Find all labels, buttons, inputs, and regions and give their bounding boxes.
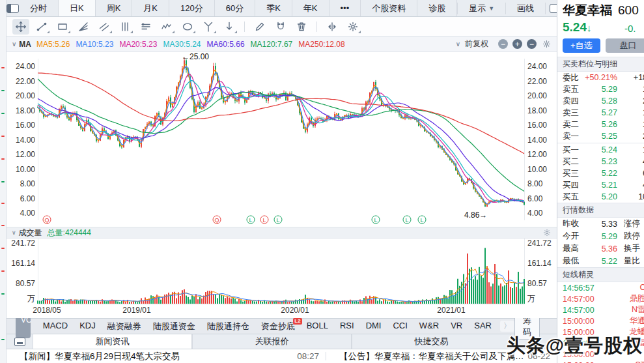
watchlist-tick — [1, 225, 5, 226]
period-tab-月K[interactable]: 月K — [132, 0, 169, 16]
period-tab-分时[interactable]: 分时 — [19, 0, 59, 16]
alert-row[interactable]: 15:00:00ST尤 — [557, 360, 644, 363]
period-tab-诊股[interactable]: 诊股 — [417, 0, 457, 16]
minimize-panel-icon[interactable] — [7, 334, 33, 349]
event-marker-Q[interactable]: Q — [43, 216, 51, 224]
trendline-icon[interactable] — [33, 19, 50, 35]
rect-icon[interactable] — [54, 19, 71, 35]
wave-icon[interactable] — [158, 19, 175, 35]
indicator-tab-VR[interactable]: VR — [445, 321, 468, 332]
vertical-lines-icon[interactable] — [117, 19, 133, 35]
indicator-tab-KDJ[interactable]: KDJ — [74, 321, 102, 332]
period-tab-60分[interactable]: 60分 — [215, 0, 255, 16]
y-axis-label: 22.00 — [527, 77, 547, 86]
market-label2: 涨停 — [624, 218, 640, 229]
magnet-icon[interactable] — [272, 19, 289, 35]
chart-settings-gear-icon[interactable] — [542, 39, 552, 49]
order-book-button[interactable]: 盘口 — [606, 38, 644, 53]
indicator-tab-CCI[interactable]: CCI — [387, 321, 413, 332]
period-tab-周K[interactable]: 周K — [96, 0, 133, 16]
event-marker-L[interactable]: L — [403, 216, 412, 224]
ellipse-icon[interactable] — [179, 19, 196, 35]
alert-row[interactable]: 14:57:00N雷尔 — [557, 304, 644, 315]
sell-level-row: 卖五5.2915 — [557, 83, 644, 95]
level-label: 卖三 — [563, 108, 583, 119]
panel-left-icon — [7, 4, 19, 13]
sell-levels: 卖五5.2915卖四5.2820卖三5.2718卖二5.2615卖一5.2523 — [557, 83, 644, 142]
market-data-rows: 昨收5.33涨停今开5.29跌停最高5.36换手最低5.22量比 — [557, 218, 644, 267]
ticker-time: 08:27 — [297, 351, 319, 361]
event-marker-L[interactable]: L — [260, 216, 269, 224]
quote-list-icon[interactable] — [137, 19, 154, 35]
alert-row[interactable]: 15:00:00华通线 — [557, 315, 644, 327]
period-tab-季K[interactable]: 季K — [255, 0, 292, 16]
y-axis-label: 4.00 — [527, 209, 542, 218]
indicator-tab-融资融券[interactable]: 融资融券 — [102, 321, 147, 332]
adjust-mode-label[interactable]: 前复权 — [465, 38, 488, 50]
period-tab-个股资料[interactable]: 个股资料 — [361, 0, 417, 16]
zoom-reset-button[interactable]: − — [527, 39, 537, 49]
collapsed-watchlist-strip[interactable] — [0, 0, 7, 363]
chevron-down-icon[interactable]: ∨ — [12, 229, 16, 236]
indicator-tab-资金抄底[interactable]: 资金抄底L2 — [255, 321, 301, 332]
level-qty: 15 — [617, 85, 644, 94]
price-annotation: 4.86→ — [464, 211, 487, 220]
indicator-tab-RSI[interactable]: RSI — [334, 321, 360, 332]
section-alerts-header: 短线精灵 — [557, 267, 644, 282]
news-tab-新闻资讯[interactable]: 新闻资讯 — [33, 334, 192, 349]
trash-icon[interactable] — [293, 19, 310, 35]
zoom-in-button[interactable]: + — [512, 39, 522, 49]
y-axis-label: 12.00 — [7, 150, 35, 159]
indicator-tab-陆股通资金[interactable]: 陆股通资金 — [147, 321, 201, 332]
split-adjust-icon[interactable] — [324, 19, 341, 35]
indicator-tab-W&R[interactable]: W&R — [413, 321, 445, 332]
alert-row[interactable]: 14:57:00鼎胜新 — [557, 293, 644, 304]
news-tab-快捷交易[interactable]: 快捷交易 — [352, 334, 511, 349]
period-tab-日K[interactable]: 日K — [59, 0, 96, 16]
indicator-tab-SAR[interactable]: SAR — [468, 321, 497, 332]
toolbar-separator — [244, 22, 245, 32]
period-tab-年K[interactable]: 年K — [292, 0, 329, 16]
period-tab-•••[interactable]: ••• — [329, 0, 361, 16]
pitchfork-icon[interactable] — [200, 19, 217, 35]
volume-chart[interactable]: 241.72241.72161.14161.1480.5780.57万万2018… — [7, 239, 557, 318]
volume-total: 总量:424444 — [48, 227, 91, 239]
level-qty: 23 — [617, 132, 644, 141]
alert-row[interactable]: 14:56:57C嘉 — [557, 282, 644, 293]
indicator-tab-BOLL[interactable]: BOLL — [301, 321, 334, 332]
arrow-marker-icon[interactable] — [221, 19, 238, 35]
volume-unit-label: 万 — [7, 293, 35, 304]
news-tab-关联报价[interactable]: 关联报价 — [192, 334, 352, 349]
zoom-out-button[interactable]: − — [498, 39, 508, 49]
period-tab-120分[interactable]: 120分 — [169, 0, 215, 16]
indicator-tab-陆股通持仓[interactable]: 陆股通持仓 — [201, 321, 255, 332]
event-marker-L[interactable]: L — [274, 216, 283, 224]
volume-settings-gear-icon[interactable] — [542, 228, 552, 237]
parallel-lines-icon[interactable] — [96, 19, 113, 35]
pencil-icon[interactable] — [251, 19, 268, 35]
y-axis-label: 10.00 — [527, 165, 547, 174]
settings-icon[interactable] — [344, 19, 361, 35]
event-marker-L[interactable]: L — [418, 216, 427, 224]
indicator-tab-MACD[interactable]: MACD — [37, 321, 74, 332]
market-row: 最高5.36换手 — [557, 242, 644, 255]
ticker-item[interactable]: 【新闻】华夏幸福6月29日现4笔大宗交易08:27 — [7, 351, 326, 362]
event-marker-Q[interactable]: Q — [213, 216, 221, 224]
chevron-down-icon[interactable]: ∨ — [456, 40, 460, 48]
toggle-left-panel-icon[interactable] — [7, 0, 19, 16]
display-menu[interactable]: 显示 ▼ — [457, 3, 506, 14]
move-icon[interactable] — [12, 19, 29, 35]
event-marker-L[interactable]: L — [372, 216, 380, 224]
fan-lines-icon[interactable] — [75, 19, 92, 35]
event-marker-L[interactable]: L — [247, 216, 255, 224]
add-watchlist-button[interactable]: +自选 — [563, 38, 600, 53]
candlestick-chart[interactable]: 24.0024.0022.0022.0020.0020.0018.0018.00… — [7, 52, 557, 227]
indicator-tab-DMI[interactable]: DMI — [360, 321, 387, 332]
chevron-down-icon[interactable]: ∨ — [12, 40, 16, 48]
draw-line-button[interactable]: 画线 — [506, 3, 546, 14]
sell-level-row: 卖三5.2718 — [557, 107, 644, 119]
volume-label: 成交量 — [19, 227, 42, 239]
level-label: 卖二 — [563, 119, 583, 130]
more-indicators-chevron[interactable]: 〉 — [500, 321, 514, 332]
stock-name: 华夏幸福 — [563, 3, 612, 17]
